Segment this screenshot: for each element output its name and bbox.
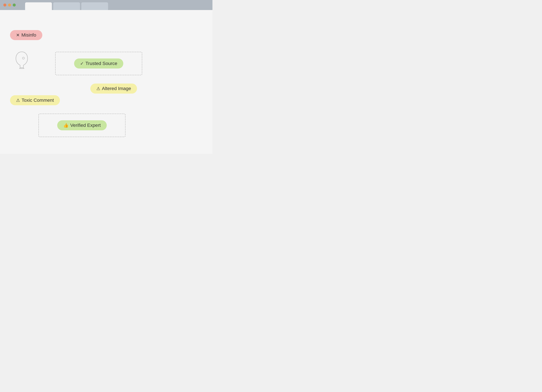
misinfo-label: Misinfo: [22, 32, 36, 38]
misinfo-badge[interactable]: ✕ Misinfo: [10, 30, 42, 40]
tab-3[interactable]: [81, 2, 108, 10]
altered-image-badge[interactable]: ⚠ Altered Image: [90, 84, 137, 94]
toxic-comment-icon: ⚠: [16, 98, 20, 103]
head-icon-wrapper: [13, 50, 30, 71]
altered-image-label: Altered Image: [102, 86, 131, 91]
misinfo-badge-wrapper: ✕ Misinfo: [10, 30, 42, 40]
tab-2[interactable]: [53, 2, 80, 10]
titlebar: [0, 0, 212, 10]
main-content: ✕ Misinfo ✓ Trusted Source ⚠ Altered Ima…: [0, 10, 212, 154]
verified-expert-label: Verified Expert: [70, 123, 101, 128]
trusted-source-dashed-box: ✓ Trusted Source: [55, 52, 142, 75]
tab-1[interactable]: [25, 2, 52, 10]
traffic-light-red[interactable]: [3, 4, 6, 6]
verified-expert-dashed-box: 👍 Verified Expert: [38, 114, 125, 137]
svg-point-0: [22, 57, 24, 59]
traffic-light-green[interactable]: [13, 4, 16, 6]
verified-expert-badge[interactable]: 👍 Verified Expert: [57, 120, 107, 130]
altered-image-icon: ⚠: [96, 86, 100, 91]
head-icon: [13, 50, 30, 70]
trusted-source-container: ✓ Trusted Source: [55, 52, 142, 75]
misinfo-icon: ✕: [16, 32, 20, 38]
toxic-comment-badge-wrapper: ⚠ Toxic Comment: [10, 95, 60, 105]
traffic-light-orange[interactable]: [8, 4, 11, 6]
trusted-source-badge[interactable]: ✓ Trusted Source: [74, 58, 123, 69]
verified-expert-container: 👍 Verified Expert: [38, 114, 125, 137]
toxic-comment-badge[interactable]: ⚠ Toxic Comment: [10, 95, 60, 105]
trusted-source-label: Trusted Source: [86, 61, 117, 66]
tabs-area: [25, 2, 108, 10]
toxic-comment-label: Toxic Comment: [22, 98, 54, 103]
trusted-source-icon: ✓: [80, 61, 84, 66]
verified-expert-icon: 👍: [63, 123, 69, 128]
altered-image-badge-wrapper: ⚠ Altered Image: [90, 84, 137, 94]
